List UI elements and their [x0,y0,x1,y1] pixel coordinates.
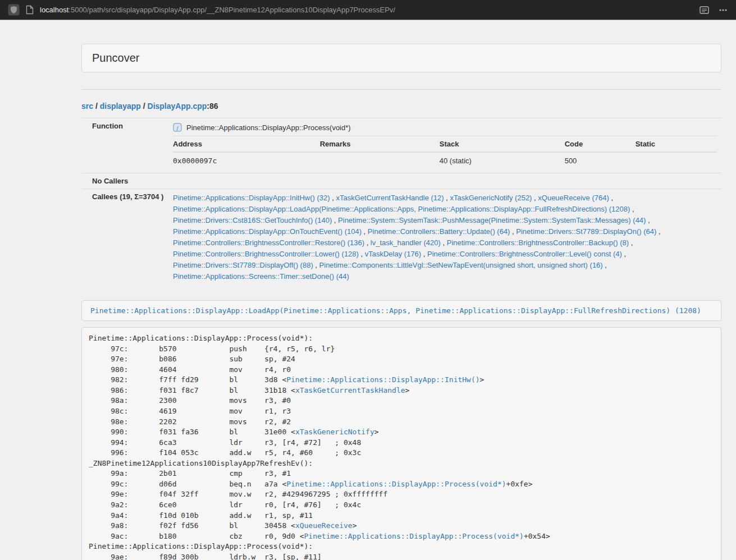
column-header-remarks: Remarks [320,136,440,153]
callee-link[interactable]: xTaskGetCurrentTaskHandle (12) [336,194,444,202]
callee-link[interactable]: Pinetime::Applications::DisplayApp::Init… [173,194,330,202]
signature-link[interactable]: Pinetime::Applications::DisplayApp::Load… [90,306,701,315]
column-header-static: Static [636,136,717,153]
breadcrumb-link-file[interactable]: DisplayApp.cpp [148,102,207,111]
callee-link[interactable]: Pinetime::Drivers::Cst816S::GetTouchInfo… [173,216,332,224]
signature-panel: Pinetime::Applications::DisplayApp::Load… [81,300,721,321]
column-header-stack: Stack [440,136,565,153]
url-path: :5000/path/src/displayapp/DisplayApp.cpp… [68,6,395,14]
remarks-value [320,152,440,169]
callee-link[interactable]: Pinetime::Components::LittleVgl::SetNewT… [319,261,603,269]
breadcrumb-link-src[interactable]: src [81,102,93,111]
callee-link[interactable]: Pinetime::Drivers::St7789::DisplayOff() … [173,261,313,269]
overflow-menu-icon[interactable] [718,6,728,15]
function-title: f Pinetime::Applications::DisplayApp::Pr… [173,122,717,136]
no-callers-header: No Callers [81,173,168,189]
details-header-row: Address Remarks Stack Code Static [173,136,717,153]
disassembly-symbol-link[interactable]: Pinetime::Applications::DisplayApp::Proc… [304,532,524,540]
function-row: Function f Pinetime::Applications::Displ… [81,118,721,173]
static-value [636,152,717,169]
code-value: 500 [565,152,636,169]
callee-link[interactable]: Pinetime::Drivers::St7789::DisplayOn() (… [516,227,656,236]
function-details-table: Address Remarks Stack Code Static 0x0000… [173,136,717,169]
app-title-panel: Puncover [81,44,721,72]
callee-link[interactable]: lv_task_handler (420) [371,238,441,247]
callees-list: Pinetime::Applications::DisplayApp::Init… [168,189,721,286]
function-row-header: Function [81,118,168,173]
url-bar[interactable]: localhost:5000/path/src/displayapp/Displ… [40,6,395,14]
no-callers-value [168,173,721,189]
page-container: Puncover src / displayapp / DisplayApp.c… [81,44,721,560]
disassembly-symbol-link[interactable]: xQueueReceive [295,521,353,530]
callee-link[interactable]: Pinetime::Controllers::BrightnessControl… [173,250,359,258]
address-value: 0x0000097c [173,152,320,169]
page-title: Puncover [92,52,140,64]
disassembly-symbol-link[interactable]: xTaskGetCurrentTaskHandle [295,386,405,394]
breadcrumb-separator: / [93,102,100,111]
callee-link[interactable]: Pinetime::Controllers::Battery::Update()… [368,227,510,236]
callee-link[interactable]: Pinetime::System::SystemTask::PushMessag… [338,216,646,224]
details-value-row: 0x0000097c 40 (static) 500 [173,152,717,169]
disassembly-symbol-link[interactable]: Pinetime::Applications::DisplayApp::Init… [286,375,479,384]
shield-icon[interactable] [8,4,20,16]
function-name: Pinetime::Applications::DisplayApp::Proc… [186,123,351,132]
breadcrumb-link-displayapp[interactable]: displayapp [100,102,141,111]
callee-link[interactable]: vTaskDelay (176) [365,250,421,258]
breadcrumb-line-number: :86 [207,102,218,111]
disassembly-symbol-link[interactable]: Pinetime::Applications::DisplayApp::Proc… [286,480,506,488]
browser-toolbar: localhost:5000/path/src/displayapp/Displ… [0,0,736,20]
callee-link[interactable]: Pinetime::Applications::DisplayApp::OnTo… [173,227,362,236]
breadcrumb-separator: / [141,102,148,111]
function-icon: f [173,123,182,132]
stack-value: 40 (static) [440,152,565,169]
reader-view-icon[interactable] [700,6,709,15]
callee-link[interactable]: xTaskGenericNotify (252) [450,194,532,202]
callee-link[interactable]: Pinetime::Controllers::BrightnessControl… [173,238,364,247]
callee-link[interactable]: Pinetime::Applications::Screens::Timer::… [173,272,349,281]
url-host: localhost [40,6,68,14]
callee-link[interactable]: Pinetime::Controllers::BrightnessControl… [447,238,629,247]
callees-header: Callees (19, Σ=3704 ) [81,189,168,286]
callee-link[interactable]: xQueueReceive (764) [538,194,609,202]
callee-link[interactable]: Pinetime::Controllers::BrightnessControl… [427,250,622,258]
callees-row: Callees (19, Σ=3704 ) Pinetime::Applicat… [81,189,721,286]
callee-link[interactable]: Pinetime::Applications::DisplayApp::Load… [173,205,630,213]
breadcrumb: src / displayapp / DisplayApp.cpp:86 [81,102,721,111]
disassembly-symbol-link[interactable]: xTaskGenericNotify [295,428,374,436]
disassembly-code: Pinetime::Applications::DisplayApp::Proc… [81,327,721,560]
no-callers-row: No Callers [81,173,721,189]
column-header-address: Address [173,136,320,153]
column-header-code: Code [565,136,636,153]
divider [81,89,721,90]
function-table: Function f Pinetime::Applications::Displ… [81,118,721,286]
document-icon [26,5,34,15]
